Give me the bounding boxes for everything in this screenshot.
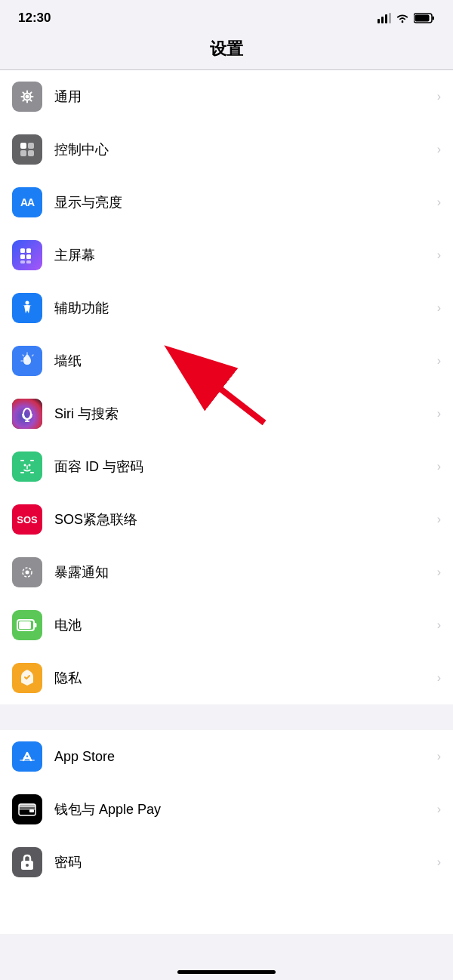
status-time: 12:30 bbox=[18, 11, 51, 26]
battery-row-icon bbox=[12, 610, 42, 640]
svg-rect-35 bbox=[35, 623, 37, 627]
settings-row-accessibility[interactable]: 辅助功能 › bbox=[0, 282, 453, 334]
battery-chevron: › bbox=[437, 618, 441, 632]
svg-point-32 bbox=[26, 571, 29, 575]
page-title-bar: 设置 bbox=[0, 32, 453, 69]
siri-label: Siri 与搜索 bbox=[54, 405, 431, 423]
svg-rect-28 bbox=[30, 472, 34, 473]
accessibility-chevron: › bbox=[437, 301, 441, 315]
battery-label: 电池 bbox=[54, 616, 431, 634]
svg-point-20 bbox=[26, 301, 29, 305]
status-bar: 12:30 bbox=[0, 0, 453, 32]
svg-rect-27 bbox=[20, 472, 24, 473]
settings-row-sos[interactable]: SOS SOS紧急联络 › bbox=[0, 493, 453, 546]
appstore-label: App Store bbox=[54, 749, 431, 765]
home-indicator[interactable] bbox=[177, 970, 276, 974]
settings-row-faceid[interactable]: 面容 ID 与密码 › bbox=[0, 440, 453, 493]
page-wrapper: 12:30 bbox=[0, 0, 453, 980]
settings-group-2: App Store › 钱包与 Apple Pay › bbox=[0, 730, 453, 889]
svg-rect-16 bbox=[20, 254, 25, 259]
sos-label: SOS紧急联络 bbox=[54, 510, 431, 529]
password-chevron: › bbox=[437, 855, 441, 869]
settings-row-homescreen[interactable]: 主屏幕 › bbox=[0, 229, 453, 282]
svg-rect-39 bbox=[29, 809, 34, 812]
faceid-label: 面容 ID 与密码 bbox=[54, 458, 431, 476]
wallpaper-icon bbox=[12, 346, 42, 376]
settings-row-exposure[interactable]: 暴露通知 › bbox=[0, 546, 453, 599]
settings-row-appstore[interactable]: App Store › bbox=[0, 730, 453, 783]
siri-chevron: › bbox=[437, 407, 441, 421]
svg-point-29 bbox=[24, 464, 26, 467]
svg-rect-7 bbox=[433, 17, 435, 20]
display-icon: AA bbox=[12, 187, 42, 217]
display-chevron: › bbox=[437, 196, 441, 209]
display-label: 显示与亮度 bbox=[54, 193, 431, 211]
svg-rect-0 bbox=[378, 19, 380, 23]
wallpaper-chevron: › bbox=[437, 354, 441, 368]
svg-rect-34 bbox=[19, 621, 31, 629]
svg-point-8 bbox=[26, 95, 29, 99]
svg-rect-38 bbox=[19, 804, 35, 807]
svg-rect-11 bbox=[28, 143, 34, 149]
settings-row-wallpaper[interactable]: 墙纸 › bbox=[0, 334, 453, 387]
svg-rect-18 bbox=[20, 260, 25, 263]
sos-chevron: › bbox=[437, 513, 441, 526]
svg-point-30 bbox=[29, 464, 31, 467]
settings-row-privacy[interactable]: 隐私 › bbox=[0, 652, 453, 704]
svg-rect-17 bbox=[26, 254, 31, 259]
wallet-label: 钱包与 Apple Pay bbox=[54, 800, 431, 818]
general-icon bbox=[12, 82, 42, 112]
settings-row-control-center[interactable]: 控制中心 › bbox=[0, 123, 453, 176]
faceid-chevron: › bbox=[437, 460, 441, 473]
accessibility-icon bbox=[12, 293, 42, 323]
svg-rect-14 bbox=[20, 248, 25, 253]
svg-point-4 bbox=[402, 21, 404, 23]
page-title: 设置 bbox=[210, 39, 243, 58]
exposure-label: 暴露通知 bbox=[54, 563, 431, 581]
svg-point-21 bbox=[23, 357, 26, 360]
group-gap bbox=[0, 704, 453, 730]
svg-rect-10 bbox=[20, 143, 26, 149]
general-chevron: › bbox=[437, 90, 441, 103]
general-label: 通用 bbox=[54, 88, 431, 106]
control-center-chevron: › bbox=[437, 143, 441, 156]
wallpaper-label: 墙纸 bbox=[54, 352, 431, 370]
sos-icon: SOS bbox=[12, 504, 42, 535]
faceid-icon bbox=[12, 451, 42, 482]
exposure-icon bbox=[12, 557, 42, 587]
homescreen-icon bbox=[12, 240, 42, 270]
svg-point-41 bbox=[26, 864, 29, 867]
settings-row-siri[interactable]: Siri 与搜索 › bbox=[0, 387, 453, 440]
password-icon bbox=[12, 847, 42, 877]
status-icons bbox=[378, 13, 435, 23]
svg-rect-1 bbox=[381, 17, 384, 23]
appstore-icon bbox=[12, 741, 42, 772]
settings-row-display[interactable]: AA 显示与亮度 › bbox=[0, 176, 453, 229]
battery-icon bbox=[414, 13, 435, 23]
homescreen-label: 主屏幕 bbox=[54, 246, 431, 264]
svg-rect-25 bbox=[20, 460, 24, 461]
settings-row-general[interactable]: 通用 › bbox=[0, 70, 453, 123]
wallet-chevron: › bbox=[437, 803, 441, 816]
svg-rect-19 bbox=[26, 260, 31, 263]
accessibility-label: 辅助功能 bbox=[54, 299, 431, 317]
settings-row-battery[interactable]: 电池 › bbox=[0, 599, 453, 652]
svg-rect-15 bbox=[26, 248, 31, 253]
exposure-chevron: › bbox=[437, 566, 441, 579]
control-center-label: 控制中心 bbox=[54, 140, 431, 159]
svg-rect-13 bbox=[28, 150, 34, 156]
signal-icon bbox=[378, 13, 391, 23]
privacy-icon bbox=[12, 663, 42, 693]
wifi-icon bbox=[396, 13, 409, 23]
svg-rect-12 bbox=[20, 150, 26, 156]
wallet-icon bbox=[12, 794, 42, 824]
siri-icon bbox=[12, 399, 42, 429]
homescreen-chevron: › bbox=[437, 248, 441, 262]
appstore-chevron: › bbox=[437, 750, 441, 763]
svg-rect-26 bbox=[30, 460, 34, 461]
control-center-icon bbox=[12, 134, 42, 165]
privacy-chevron: › bbox=[437, 671, 441, 685]
privacy-label: 隐私 bbox=[54, 669, 431, 687]
settings-row-wallet[interactable]: 钱包与 Apple Pay › bbox=[0, 783, 453, 836]
settings-row-password[interactable]: 密码 › bbox=[0, 836, 453, 889]
